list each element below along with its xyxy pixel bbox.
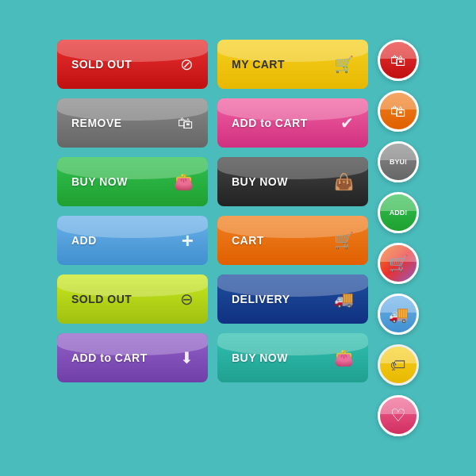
buy-now-3-icon: 👛 (334, 348, 354, 367)
sold-out-2-icon: ⊖ (180, 290, 194, 309)
add-to-cart-2-label: ADD to CART (71, 351, 148, 364)
rb-cart-button[interactable]: 🛒 (378, 243, 419, 284)
cart-label: CART (232, 234, 264, 247)
cart-icon: 🛒 (334, 231, 354, 250)
rb-tag-icon: 🏷 (390, 356, 406, 374)
rb-add-button[interactable]: ADD! (378, 192, 419, 233)
sold-out-2-label: SOLD OUT (71, 293, 132, 305)
buy-now-1-label: BUY NOW (71, 175, 128, 188)
add-plus-label: ADD (71, 234, 97, 247)
add-to-cart-1-icon: ✔ (340, 113, 354, 132)
sold-out-1-icon: ⊘ (180, 55, 194, 74)
buy-now-1-icon: 👛 (174, 172, 194, 191)
rb-cart-icon: 🛒 (389, 254, 409, 273)
delivery-button[interactable]: DELIVERY 🚚 (217, 274, 368, 324)
my-cart-button[interactable]: MY CART 🛒 (217, 40, 368, 89)
buy-now-button-2[interactable]: BUY NOW 👜 (217, 157, 368, 206)
add-to-cart-button-2[interactable]: ADD to CART ⬇ (57, 333, 208, 382)
rb-heart-button[interactable]: ♡ (378, 395, 419, 436)
buy-now-button-3[interactable]: BUY NOW 👛 (217, 333, 368, 382)
delivery-label: DELIVERY (232, 293, 290, 305)
my-cart-icon: 🛒 (334, 55, 354, 74)
rb-heart-icon: ♡ (390, 405, 406, 426)
sold-out-1-label: SOLD OUT (71, 58, 132, 71)
rb-byu-button[interactable]: BYU! (378, 141, 419, 182)
rb-bag2-button[interactable]: 🛍 (378, 90, 419, 132)
add-to-cart-2-icon: ⬇ (180, 348, 194, 367)
rb-byu-inner: BYU! (390, 158, 407, 166)
rb-bag-button[interactable]: 🛍 (378, 40, 419, 81)
add-to-cart-button-1[interactable]: ADD to CART ✔ (217, 98, 368, 148)
rb-byu-label: BYU! (390, 158, 407, 166)
rb-truck-icon: 🚚 (389, 305, 409, 324)
remove-button[interactable]: REMOVE 🛍 (57, 98, 208, 148)
main-grid: SOLD OUT ⊘ MY CART 🛒 🛍 🛍 BYU! ADD! 🛒 🚚 (41, 24, 435, 452)
sold-out-button-1[interactable]: SOLD OUT ⊘ (57, 40, 208, 89)
remove-icon: 🛍 (178, 114, 194, 132)
remove-label: REMOVE (71, 117, 122, 129)
cart-button[interactable]: CART 🛒 (217, 216, 368, 265)
buy-now-2-icon: 👜 (334, 172, 354, 191)
buy-now-button-1[interactable]: BUY NOW 👛 (57, 157, 208, 206)
rb-add-inner: ADD! (390, 209, 408, 217)
rb-bag-icon: 🛍 (390, 52, 406, 70)
add-plus-button[interactable]: ADD + (57, 216, 208, 265)
delivery-icon: 🚚 (334, 290, 354, 309)
rb-add-label: ADD! (390, 209, 408, 217)
rb-tag-button[interactable]: 🏷 (378, 344, 419, 386)
my-cart-label: MY CART (232, 58, 285, 71)
rb-bag2-icon: 🛍 (390, 102, 406, 121)
add-plus-icon: + (182, 228, 194, 253)
buy-now-2-label: BUY NOW (232, 175, 288, 188)
round-buttons-col: 🛍 🛍 BYU! ADD! 🛒 🚚 🏷 ♡ (378, 40, 419, 436)
rb-truck-button[interactable]: 🚚 (378, 294, 419, 335)
add-to-cart-1-label: ADD to CART (232, 117, 308, 129)
sold-out-button-2[interactable]: SOLD OUT ⊖ (57, 274, 208, 324)
buy-now-3-label: BUY NOW (232, 351, 288, 364)
